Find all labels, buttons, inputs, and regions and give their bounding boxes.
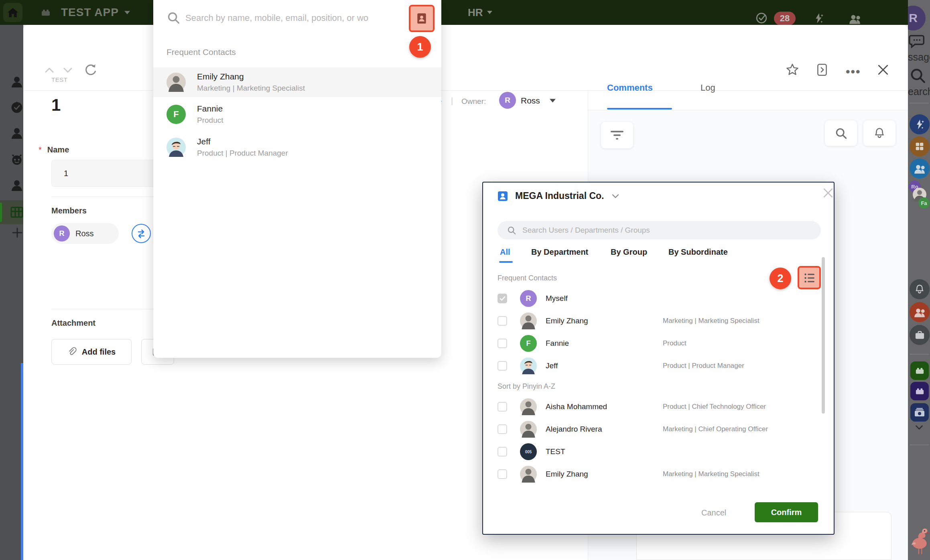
dock-app-finance[interactable]: [910, 403, 929, 422]
jeff-checkbox[interactable]: [497, 361, 507, 371]
sidebar-item-employee-icon[interactable]: [10, 179, 23, 191]
owner-name[interactable]: Ross: [521, 96, 540, 106]
picker-row-aisha[interactable]: Aisha Mohammed Product | Chief Technolog…: [497, 396, 810, 418]
picker-scrollbar[interactable]: [822, 257, 825, 414]
todo-check-icon[interactable]: [756, 12, 767, 24]
assistant-sparkle-icon[interactable]: [813, 12, 824, 24]
tab-log[interactable]: Log: [701, 83, 715, 93]
picker-search-input[interactable]: Search Users / Departments / Groups: [497, 221, 821, 239]
test-checkbox[interactable]: [497, 447, 507, 457]
sidebar-item-bot-icon[interactable]: [10, 152, 24, 166]
dock-work-app[interactable]: [910, 325, 930, 345]
picker-row-jeff[interactable]: Jeff Product | Product Manager: [497, 355, 810, 377]
todo-badge[interactable]: 28: [774, 12, 796, 25]
picker-close-icon[interactable]: [822, 187, 834, 199]
picker-row-fannie[interactable]: F Fannie Product: [497, 333, 810, 354]
picker-row-myself[interactable]: R Myself: [497, 288, 810, 309]
global-search-dropdown: Search by name, mobile, email, position,…: [153, 0, 441, 358]
list-view-toggle-button[interactable]: [798, 266, 821, 289]
contact-row-emily[interactable]: Emily Zhang Marketing | Marketing Specia…: [153, 67, 441, 97]
picker-row-alejandro[interactable]: Alejandro Rivera Marketing | Chief Opera…: [497, 418, 810, 440]
sidebar-add-icon[interactable]: [12, 227, 22, 238]
record-type-label: TEST: [51, 76, 67, 83]
dock-chevron-down-icon[interactable]: [914, 424, 924, 430]
user-avatar[interactable]: R: [908, 6, 926, 30]
dock-search-icon[interactable]: [910, 67, 926, 83]
flamingo-mascot[interactable]: [909, 521, 930, 555]
workspace-caret-icon: [487, 11, 492, 14]
picker-org-selector[interactable]: MEGA Industrial Co.: [497, 191, 619, 201]
dock-app-purple[interactable]: [910, 382, 929, 400]
picker-row-emily-2[interactable]: Emily Zhang Marketing | Marketing Specia…: [497, 463, 810, 485]
tab-comments-underline: [607, 108, 672, 110]
tab-comments[interactable]: Comments: [607, 83, 653, 93]
dock-assistant-app[interactable]: [910, 114, 930, 134]
picker-emily-avatar: [520, 312, 537, 329]
dock-people-icon: [914, 163, 925, 174]
owner-caret-icon[interactable]: [550, 99, 556, 103]
expand-panel-icon[interactable]: [816, 63, 828, 77]
add-files-button[interactable]: Add files: [51, 339, 132, 365]
comments-search-button[interactable]: [825, 120, 857, 146]
aisha-checkbox[interactable]: [497, 402, 507, 412]
sidebar-item-approval-icon[interactable]: [10, 101, 23, 114]
home-button[interactable]: [3, 3, 22, 22]
close-dialog-icon[interactable]: [877, 64, 889, 76]
sidebar-item-contacts-icon[interactable]: [10, 75, 23, 87]
dock-groups-app[interactable]: [910, 158, 930, 179]
list-view-icon: [804, 272, 815, 283]
emily-2-checkbox[interactable]: [497, 469, 507, 479]
fannie-checkbox[interactable]: [497, 339, 507, 348]
sidebar-item-selected[interactable]: [0, 200, 23, 224]
cancel-button[interactable]: Cancel: [701, 508, 726, 517]
comments-bell-button[interactable]: [863, 120, 895, 146]
contact-row-jeff[interactable]: Jeff Product | Product Manager: [153, 132, 441, 162]
dock-briefcase-icon: [914, 330, 925, 340]
picker-tab-all[interactable]: All: [500, 248, 510, 257]
dock-workbench-app[interactable]: [910, 136, 930, 156]
transfer-members-button[interactable]: [132, 224, 151, 243]
picker-row-test[interactable]: 005 TEST: [497, 441, 810, 463]
favorite-star-icon[interactable]: [786, 63, 799, 77]
workspace-switcher[interactable]: HR: [468, 0, 492, 25]
dock-bell-icon: [914, 284, 925, 294]
owner-avatar[interactable]: R: [499, 92, 516, 109]
app-logo-icon: [40, 7, 51, 18]
picker-tab-subordinate[interactable]: By Subordinate: [668, 248, 728, 257]
dock-messages-icon[interactable]: [909, 33, 926, 48]
open-contact-picker-button[interactable]: [409, 5, 435, 32]
search-input[interactable]: Search by name, mobile, email, position,…: [185, 0, 410, 36]
dock-messages-label: ssage: [908, 51, 930, 63]
emily-checkbox[interactable]: [497, 316, 507, 326]
refresh-icon[interactable]: [84, 63, 97, 76]
prev-record-icon[interactable]: [44, 67, 55, 74]
dock-avatar-fa-label: Fa: [921, 200, 927, 206]
more-options-icon[interactable]: •••: [846, 65, 861, 79]
comments-filter-button[interactable]: [601, 122, 633, 148]
dock-notifications-app[interactable]: [910, 279, 930, 299]
picker-test-avatar: 005: [520, 443, 537, 460]
picker-org-name: MEGA Industrial Co.: [515, 191, 604, 201]
dock-avatar-fa[interactable]: Fa: [918, 197, 930, 209]
picker-tab-group[interactable]: By Group: [611, 248, 647, 257]
required-asterisk: *: [39, 145, 42, 154]
dock-community-app[interactable]: [910, 302, 930, 322]
home-icon: [7, 7, 18, 18]
comments-search-icon: [835, 127, 847, 139]
members-field-label: Members: [51, 206, 87, 215]
app-title-menu[interactable]: TEST APP: [61, 0, 130, 25]
alejandro-checkbox[interactable]: [497, 424, 507, 434]
contact-book-icon: [416, 12, 427, 24]
contacts-people-icon[interactable]: [849, 13, 861, 24]
sidebar-item-hr-icon[interactable]: [10, 127, 23, 139]
member-chip[interactable]: R Ross: [51, 223, 119, 244]
contact-row-fannie[interactable]: F Fannie Product: [153, 99, 441, 129]
next-record-icon[interactable]: [63, 67, 73, 74]
confirm-button[interactable]: Confirm: [755, 502, 818, 522]
picker-tab-department[interactable]: By Department: [531, 248, 588, 257]
annotation-step-2: 2: [770, 268, 791, 289]
picker-row-emily[interactable]: Emily Zhang Marketing | Marketing Specia…: [497, 310, 810, 332]
myself-checkbox[interactable]: [497, 294, 507, 303]
dock-app-green[interactable]: [910, 361, 929, 380]
picker-row-role: Product: [663, 339, 686, 347]
